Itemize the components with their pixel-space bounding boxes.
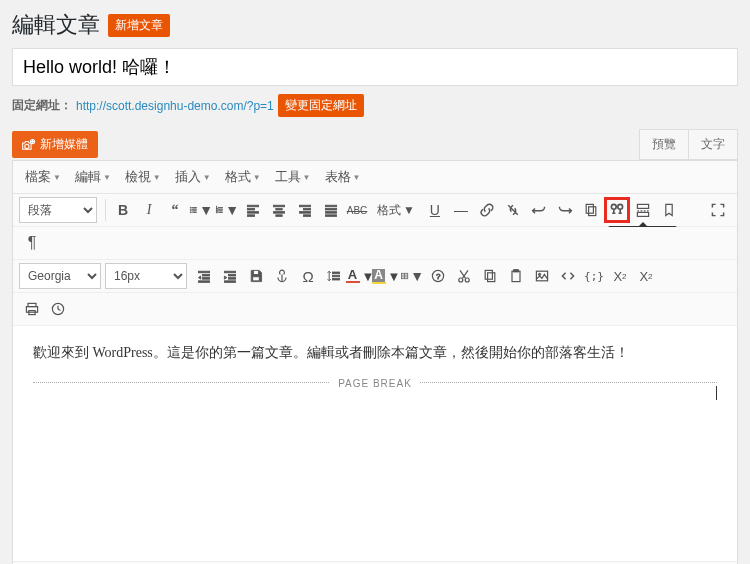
italic-button[interactable]: I	[136, 197, 162, 223]
pagebreak-button[interactable]	[630, 197, 656, 223]
svg-point-32	[611, 204, 616, 209]
align-center-button[interactable]	[266, 197, 292, 223]
tab-visual[interactable]: 預覽	[639, 129, 689, 160]
redo-button[interactable]	[552, 197, 578, 223]
content-paragraph: 歡迎來到 WordPress。這是你的第一篇文章。編輯或者刪除本篇文章，然後開始…	[33, 344, 717, 362]
superscript-button[interactable]: X2	[633, 263, 659, 289]
anchor-button[interactable]	[269, 263, 295, 289]
svg-rect-19	[276, 208, 282, 210]
bookmark-button[interactable]	[656, 197, 682, 223]
svg-rect-15	[247, 208, 254, 210]
svg-rect-13	[219, 212, 223, 213]
menu-insert[interactable]: 插入▼	[169, 165, 217, 189]
menu-tools[interactable]: 工具▼	[269, 165, 317, 189]
copy2-button[interactable]	[477, 263, 503, 289]
toolbar-row-2: ¶	[13, 227, 737, 260]
svg-rect-18	[273, 205, 284, 207]
source-code-button[interactable]	[555, 263, 581, 289]
undo-button[interactable]	[526, 197, 552, 223]
text-color-button[interactable]: A▼	[347, 263, 373, 289]
bullet-list-button[interactable]: ▼	[188, 197, 214, 223]
editor-tabs: 預覽 文字	[639, 129, 738, 160]
align-right-button[interactable]	[292, 197, 318, 223]
editor-container: 檔案▼ 編輯▼ 檢視▼ 插入▼ 格式▼ 工具▼ 表格▼ 段落 B I “ ▼ 1…	[12, 160, 738, 564]
svg-rect-5	[193, 210, 197, 211]
camera-icon	[22, 138, 36, 152]
number-list-button[interactable]: 123▼	[214, 197, 240, 223]
outdent-button[interactable]	[191, 263, 217, 289]
new-post-button[interactable]: 新增文章	[108, 14, 170, 37]
post-title-input[interactable]	[12, 48, 738, 86]
menu-table[interactable]: 表格▼	[319, 165, 367, 189]
svg-rect-44	[254, 270, 259, 274]
copy-button[interactable]	[578, 197, 604, 223]
bold-button[interactable]: B	[110, 197, 136, 223]
svg-rect-23	[303, 208, 310, 210]
help-button[interactable]: ?	[425, 263, 451, 289]
svg-rect-30	[586, 204, 593, 213]
formats-dropdown[interactable]: 格式▼	[370, 197, 422, 223]
svg-rect-38	[202, 278, 209, 280]
blockquote-button[interactable]: “	[162, 197, 188, 223]
menu-file[interactable]: 檔案▼	[19, 165, 67, 189]
subscript-button[interactable]: X2	[607, 263, 633, 289]
permalink-url[interactable]: http://scott.designhu-demo.com/?p=1	[76, 99, 274, 113]
svg-rect-45	[253, 277, 259, 281]
svg-rect-36	[198, 271, 209, 273]
code-sample-button[interactable]: {;}	[581, 263, 607, 289]
svg-rect-16	[247, 212, 258, 214]
svg-point-6	[190, 212, 191, 213]
datetime-button[interactable]	[45, 296, 71, 322]
svg-rect-61	[26, 307, 37, 313]
svg-rect-41	[228, 274, 235, 276]
image-button[interactable]	[529, 263, 555, 289]
print-button[interactable]	[19, 296, 45, 322]
svg-rect-46	[332, 272, 339, 274]
line-height-button[interactable]	[321, 263, 347, 289]
editor-content[interactable]: 歡迎來到 WordPress。這是你的第一篇文章。編輯或者刪除本篇文章，然後開始…	[13, 326, 737, 561]
tab-text[interactable]: 文字	[689, 129, 738, 160]
save-button[interactable]	[243, 263, 269, 289]
align-justify-button[interactable]	[318, 197, 344, 223]
underline-button[interactable]: U	[422, 197, 448, 223]
svg-rect-31	[588, 207, 595, 216]
text-cursor	[716, 386, 717, 400]
svg-rect-22	[299, 205, 310, 207]
add-media-button[interactable]: 新增媒體	[12, 131, 98, 158]
link-button[interactable]	[474, 197, 500, 223]
svg-rect-9	[219, 207, 223, 208]
fullscreen-button[interactable]	[705, 197, 731, 223]
find-replace-button[interactable]	[604, 197, 630, 223]
special-char-button[interactable]: Ω	[295, 263, 321, 289]
menu-edit[interactable]: 編輯▼	[69, 165, 117, 189]
svg-rect-37	[202, 274, 209, 276]
edit-permalink-button[interactable]: 變更固定網址	[278, 94, 364, 117]
bg-color-button[interactable]: A▼	[373, 263, 399, 289]
paste-button[interactable]	[503, 263, 529, 289]
svg-rect-25	[303, 215, 310, 217]
svg-rect-56	[512, 271, 520, 281]
svg-rect-54	[485, 270, 492, 279]
menu-view[interactable]: 檢視▼	[119, 165, 167, 189]
menubar: 檔案▼ 編輯▼ 檢視▼ 插入▼ 格式▼ 工具▼ 表格▼	[13, 161, 737, 194]
cut-button[interactable]	[451, 263, 477, 289]
hr-button[interactable]: —	[448, 197, 474, 223]
strike-button[interactable]: ABC	[344, 197, 370, 223]
toolbar-row-3: Georgia 16px Ω A▼ A▼ ▼ ? {;} X2 X2	[13, 260, 737, 293]
unlink-button[interactable]	[500, 197, 526, 223]
font-family-select[interactable]: Georgia	[19, 263, 101, 289]
svg-text:?: ?	[436, 272, 441, 281]
svg-rect-24	[299, 212, 310, 214]
svg-point-33	[618, 204, 623, 209]
svg-point-0	[25, 144, 29, 148]
paragraph-select[interactable]: 段落	[19, 197, 97, 223]
paragraph-mark-button[interactable]: ¶	[19, 230, 45, 256]
svg-rect-57	[514, 270, 519, 272]
permalink-label: 固定網址：	[12, 97, 72, 114]
menu-format[interactable]: 格式▼	[219, 165, 267, 189]
table-button[interactable]: ▼	[399, 263, 425, 289]
font-size-select[interactable]: 16px	[105, 263, 187, 289]
svg-point-2	[190, 207, 191, 208]
align-left-button[interactable]	[240, 197, 266, 223]
indent-button[interactable]	[217, 263, 243, 289]
